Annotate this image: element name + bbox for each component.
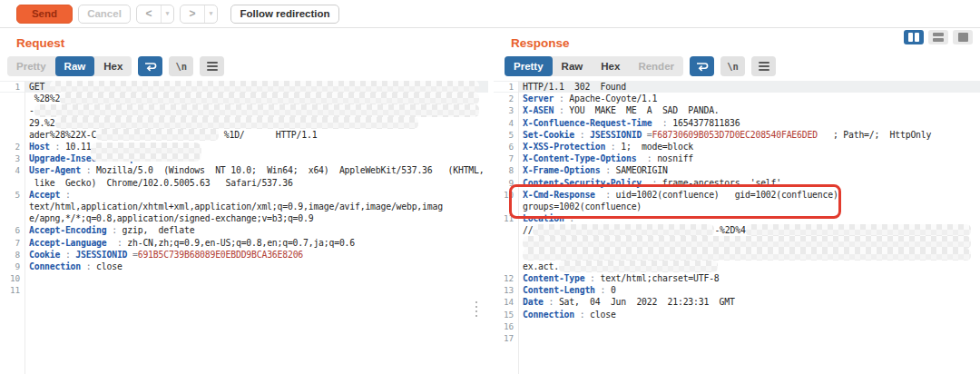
redacted-region [523, 249, 971, 261]
header-value: : [636, 153, 657, 163]
code-line: 6X-XSS-Protection : 1; mode=block [494, 141, 980, 153]
redacted-region [50, 81, 479, 93]
editor-menu-button[interactable] [751, 56, 776, 76]
header-name: Connection [523, 310, 574, 320]
redacted-region [60, 93, 479, 104]
line-number: 5 [0, 190, 24, 200]
code-line: 3X-ASEN : YOU MAKE ME A SAD PANDA. [494, 104, 980, 116]
hamburger-menu-icon [207, 62, 218, 71]
tab-response-render: Render [629, 56, 683, 76]
history-forward-button[interactable]: > ▾ [180, 5, 218, 24]
header-value: groups=1002(confluence) [523, 202, 642, 212]
header-value: ader%28%22X-C [29, 130, 96, 140]
response-tabbar: PrettyRawHexRender \n [505, 56, 980, 76]
header-value: close [96, 261, 122, 271]
line-number: 15 [494, 310, 518, 320]
forward-dropdown-caret-icon[interactable]: ▾ [204, 5, 217, 23]
back-dropdown-caret-icon[interactable]: ▾ [161, 5, 173, 23]
header-name: X-ASEN [523, 105, 554, 115]
tab-response-hex[interactable]: Hex [592, 56, 629, 76]
header-name: X-Content-Type-Options [523, 153, 636, 163]
send-button[interactable]: Send [16, 5, 73, 24]
response-editor[interactable]: 1HTTP/1.1 302 Found2Server : Apache-Coyo… [494, 81, 980, 374]
header-value: GET [29, 82, 50, 92]
header-name: Location [523, 213, 564, 223]
tab-request-raw[interactable]: Raw [55, 56, 95, 76]
code-line: 7Accept-Language : zh-CN,zh;q=0.9,en-US;… [0, 236, 488, 248]
request-panel: Request PrettyRawHex \n 1GET %28%2-29.%2… [0, 28, 488, 374]
header-value: text/html;charset=UTF-8 [601, 273, 720, 283]
code-line: 16 [494, 320, 980, 332]
code-line: 6Accept-Encoding : gzip, deflate [0, 224, 488, 236]
line-number: 1 [494, 82, 518, 92]
header-value: : [106, 238, 127, 248]
redacted-region [34, 104, 479, 116]
header-value: : [554, 105, 569, 115]
header-value: frame-ancestors 'self' [662, 178, 781, 188]
header-value: : [595, 190, 616, 200]
header-name: Set-Cookie [523, 130, 574, 140]
code-line: 3Upgrade-Insecure-Requests : 1 [0, 153, 488, 164]
header-value: like Gecko) Chrome/102.0.5005.63 Safari/… [29, 178, 293, 188]
newline-icon: \n [176, 61, 188, 72]
wrap-lines-button[interactable] [690, 56, 714, 76]
line-number: 14 [494, 297, 518, 307]
header-name: Cookie [29, 250, 60, 260]
hamburger-menu-icon [759, 62, 769, 71]
code-line: 8X-Frame-Options : SAMEORIGIN [494, 164, 980, 176]
code-line: 29.%2 [0, 117, 488, 129]
header-value: : [554, 94, 569, 103]
response-view-tabs: PrettyRawHexRender [505, 56, 683, 76]
header-value: // [523, 225, 533, 235]
code-line: %28%2 [0, 93, 488, 104]
line-number: 7 [0, 238, 24, 248]
code-line: 14Date : Sat, 04 Jun 2022 21:23:31 GMT [494, 296, 980, 308]
redacted-region [746, 224, 971, 236]
code-line: 9Connection : close [0, 261, 488, 272]
tab-response-raw[interactable]: Raw [553, 56, 593, 76]
panel-splitter-handle[interactable] [475, 301, 477, 317]
header-value: : [60, 250, 75, 260]
line-number: 9 [0, 261, 24, 271]
follow-redirection-button[interactable]: Follow redirection [230, 5, 339, 24]
forward-arrow-icon: > [181, 7, 204, 20]
header-value: : [605, 142, 621, 152]
tab-response-pretty[interactable]: Pretty [505, 56, 553, 76]
header-name: Content-Type [523, 273, 584, 283]
line-number: 4 [494, 118, 518, 128]
header-value: = [642, 130, 652, 140]
code-line: 1HTTP/1.1 302 Found [494, 81, 980, 93]
redacted-region [55, 117, 418, 129]
show-newlines-button[interactable]: \n [169, 56, 193, 76]
header-value: Mozilla/5.0 (Windows NT 10.0; Win64; x64… [96, 165, 484, 175]
highlighted-value: 691B5C739B68089E0EBDD9BCA36E8206 [138, 250, 303, 260]
wrap-lines-button[interactable] [138, 56, 162, 76]
code-line [494, 249, 980, 261]
line-number: 10 [494, 190, 518, 200]
cancel-button[interactable]: Cancel [78, 5, 131, 24]
code-line: 2Host : 10.11 [0, 141, 488, 153]
request-tabbar: PrettyRawHex \n [7, 56, 488, 76]
request-editor[interactable]: 1GET %28%2-29.%2ader%28%22X-C %1D/ HTTP/… [0, 81, 488, 374]
highlighted-value: F68730609B053D7D0EC208540FAE6DED [652, 130, 817, 140]
code-line: 7X-Content-Type-Options : nosniff [494, 153, 980, 164]
line-number: 1 [0, 82, 24, 92]
code-line: 8Cookie : JSESSIONID =691B5C739B68089E0E… [0, 249, 488, 261]
header-value: ex.act. [523, 261, 559, 271]
editor-menu-button[interactable] [200, 56, 224, 76]
header-name: Server [523, 94, 554, 103]
code-line: - [0, 104, 488, 116]
header-value: ; Path=/; HttpOnly [818, 130, 931, 140]
header-name: Accept-Encoding [29, 225, 106, 235]
code-line: ader%28%22X-C %1D/ HTTP/1.1 [0, 129, 488, 141]
line-number: 7 [494, 153, 518, 163]
header-value: zh-CN,zh;q=0.9,en-US;q=0.8,en;q=0.7,ja;q… [127, 238, 355, 248]
request-panel-title: Request [16, 36, 488, 50]
tab-request-hex[interactable]: Hex [94, 56, 132, 76]
line-number: 8 [0, 250, 24, 260]
code-line [494, 236, 980, 248]
history-back-button[interactable]: < ▾ [136, 5, 174, 24]
header-value: Sat, 04 Jun 2022 21:23:31 GMT [559, 297, 735, 307]
wrap-lines-icon [695, 61, 709, 72]
show-newlines-button[interactable]: \n [720, 56, 745, 76]
